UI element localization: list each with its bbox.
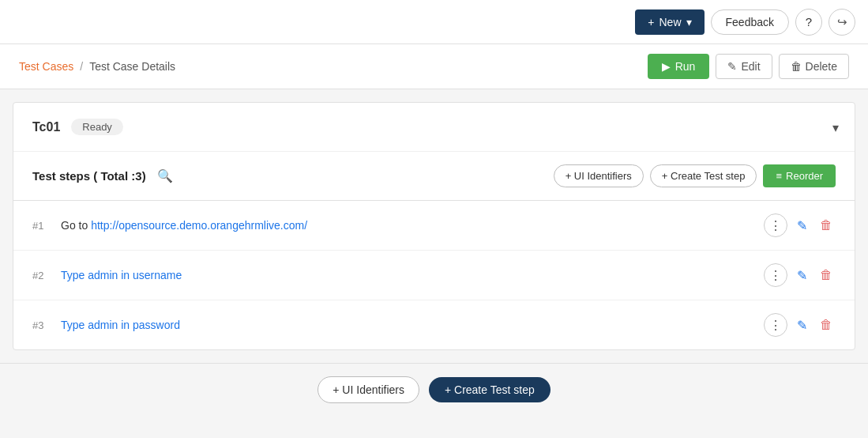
chevron-down-icon: ▾	[832, 120, 839, 134]
edit-button[interactable]: ✎ Edit	[716, 54, 772, 79]
new-label: New	[659, 16, 682, 28]
tc-header: Tc01 Ready ▾	[13, 103, 855, 152]
step-text: Go to http://opensource.demo.orangehrmli…	[61, 219, 754, 232]
table-row: #1 Go to http://opensource.demo.orangehr…	[13, 201, 855, 251]
create-step-label: + Create Test step	[662, 170, 746, 182]
ui-identifiers-button[interactable]: + UI Identifiers	[554, 164, 644, 187]
search-icon: 🔍	[157, 169, 173, 183]
steps-title: Test steps ( Total :3) 🔍	[32, 167, 175, 185]
status-badge: Ready	[71, 119, 123, 135]
chevron-down-icon: ▾	[686, 16, 692, 28]
step-text: Type admin in username	[61, 269, 754, 281]
step-text: Type admin in password	[61, 319, 754, 331]
logout-icon: ↪	[837, 15, 847, 29]
reorder-label: Reorder	[786, 170, 823, 182]
search-steps-button[interactable]: 🔍	[156, 167, 175, 185]
pencil-icon: ✎	[727, 60, 737, 73]
run-button[interactable]: ▶ Run	[648, 54, 710, 79]
steps-actions: + UI Identifiers + Create Test step ≡ Re…	[554, 164, 836, 187]
dots-icon: ⋮	[769, 318, 782, 333]
delete-step-button[interactable]: 🗑	[817, 315, 836, 335]
step-actions: ⋮ ✎ 🗑	[764, 213, 836, 237]
dots-icon: ⋮	[769, 218, 782, 233]
table-row: #3 Type admin in password ⋮ ✎ 🗑	[13, 300, 855, 349]
delete-step-button[interactable]: 🗑	[817, 265, 836, 285]
ui-identifiers-bottom-label: + UI Identifiers	[333, 383, 404, 396]
trash-icon: 🗑	[820, 268, 832, 281]
pencil-icon: ✎	[797, 319, 807, 332]
table-row: #2 Type admin in username ⋮ ✎ 🗑	[13, 251, 855, 300]
step-number: #1	[32, 220, 51, 232]
edit-step-button[interactable]: ✎	[794, 265, 810, 286]
delete-label: Delete	[806, 60, 837, 73]
reorder-icon: ≡	[776, 170, 782, 182]
step-actions: ⋮ ✎ 🗑	[764, 263, 836, 287]
trash-icon: 🗑	[820, 218, 832, 232]
create-step-bottom-button[interactable]: + Create Test step	[429, 377, 550, 402]
dots-icon: ⋮	[769, 268, 782, 283]
reorder-button[interactable]: ≡ Reorder	[763, 164, 836, 187]
pencil-icon: ✎	[797, 219, 807, 232]
collapse-button[interactable]: ▾	[832, 119, 839, 134]
steps-header: Test steps ( Total :3) 🔍 + UI Identifier…	[13, 152, 855, 201]
breadcrumb-current: Test Case Details	[89, 60, 175, 73]
top-nav: + New ▾ Feedback ? ↪	[0, 0, 868, 44]
delete-step-button[interactable]: 🗑	[817, 215, 836, 236]
create-test-step-button[interactable]: + Create Test step	[650, 164, 757, 187]
page-action-buttons: ▶ Run ✎ Edit 🗑 Delete	[648, 54, 849, 79]
create-step-bottom-label: + Create Test step	[445, 383, 535, 396]
step-number: #3	[32, 319, 51, 331]
step-actions: ⋮ ✎ 🗑	[764, 313, 836, 337]
main-content: Tc01 Ready ▾ Test steps ( Total :3) 🔍 + …	[13, 102, 855, 350]
edit-step-button[interactable]: ✎	[794, 315, 810, 336]
step-number: #2	[32, 270, 51, 281]
step-link[interactable]: http://opensource.demo.orangehrmlive.com…	[91, 219, 307, 232]
trash-icon: 🗑	[820, 318, 832, 331]
new-button[interactable]: + New ▾	[635, 9, 704, 35]
logout-button[interactable]: ↪	[829, 9, 855, 36]
run-label: Run	[675, 60, 696, 73]
help-label: ?	[806, 15, 812, 28]
action-bar: Test Cases / Test Case Details ▶ Run ✎ E…	[0, 44, 868, 89]
trash-icon: 🗑	[791, 60, 802, 73]
more-options-button[interactable]: ⋮	[764, 213, 787, 237]
ui-identifiers-label: + UI Identifiers	[566, 170, 632, 182]
breadcrumb-separator: /	[80, 60, 83, 73]
delete-button[interactable]: 🗑 Delete	[779, 54, 849, 79]
help-button[interactable]: ?	[795, 9, 822, 36]
feedback-label: Feedback	[726, 16, 774, 28]
plus-icon: +	[648, 16, 654, 28]
bottom-bar: + UI Identifiers + Create Test step	[0, 363, 868, 416]
test-case-id: Tc01	[32, 120, 60, 134]
edit-step-button[interactable]: ✎	[794, 215, 810, 236]
breadcrumb-test-cases-link[interactable]: Test Cases	[19, 60, 73, 73]
steps-title-text: Test steps ( Total :3)	[32, 169, 146, 183]
feedback-button[interactable]: Feedback	[711, 9, 789, 35]
more-options-button[interactable]: ⋮	[764, 313, 787, 337]
ui-identifiers-bottom-button[interactable]: + UI Identifiers	[318, 376, 419, 403]
edit-label: Edit	[741, 60, 760, 73]
play-icon: ▶	[662, 60, 671, 73]
breadcrumb: Test Cases / Test Case Details	[19, 60, 175, 73]
more-options-button[interactable]: ⋮	[764, 263, 787, 287]
pencil-icon: ✎	[797, 269, 807, 282]
